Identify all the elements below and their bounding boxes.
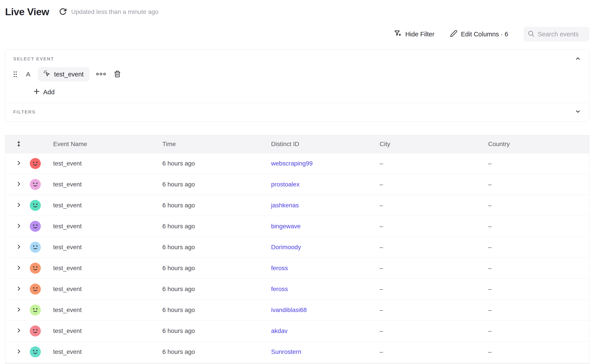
event-name-cell: test_event [46, 265, 160, 272]
hide-filter-button[interactable]: Hide Filter [394, 29, 434, 39]
search-box [524, 27, 589, 41]
table-row[interactable]: test_event 6 hours ago feross – – [5, 279, 589, 300]
country-cell: – [486, 265, 589, 272]
expand-cell [5, 202, 25, 209]
chevron-right-icon[interactable] [16, 160, 22, 167]
chevron-up-icon [575, 55, 581, 63]
expand-cell [5, 181, 25, 188]
avatar-cell [25, 263, 46, 274]
time-cell: 6 hours ago [160, 244, 269, 251]
time-cell: 6 hours ago [160, 160, 269, 167]
add-label: Add [43, 89, 55, 96]
city-cell: – [377, 265, 486, 272]
city-cell: – [377, 327, 486, 335]
chevron-right-icon[interactable] [16, 244, 22, 251]
expand-cell [5, 160, 25, 167]
event-name-cell: test_event [46, 181, 160, 188]
select-event-label: SELECT EVENT [13, 56, 54, 62]
filters-label: FILTERS [13, 109, 36, 115]
search-icon [528, 30, 535, 38]
table-row[interactable]: test_event 6 hours ago Dorimoody – – [5, 237, 589, 258]
avatar [30, 179, 41, 190]
three-dots-icon [96, 72, 106, 77]
event-name-cell: test_event [46, 307, 160, 313]
search-input[interactable] [538, 31, 585, 38]
distinct-id-link[interactable]: akdav [271, 327, 288, 334]
add-event-button[interactable]: Add [33, 88, 55, 96]
time-cell: 6 hours ago [160, 265, 269, 272]
country-cell: – [486, 244, 589, 251]
add-row: Add [5, 81, 589, 96]
event-name-cell: test_event [46, 160, 160, 167]
refresh-button[interactable] [58, 8, 67, 16]
distinct-id-link[interactable]: webscraping99 [271, 160, 313, 167]
expand-filters-button[interactable] [575, 108, 581, 116]
drag-handle-icon[interactable] [13, 71, 17, 78]
table-row[interactable]: test_event 6 hours ago jashkenas – – [5, 195, 589, 216]
avatar [30, 284, 41, 295]
collapse-section-button[interactable] [575, 55, 581, 63]
country-cell: – [486, 327, 589, 335]
distinct-id-link[interactable]: feross [271, 286, 288, 292]
distinct-id-link[interactable]: prostoalex [271, 181, 300, 188]
pencil-icon [450, 30, 457, 39]
distinct-id-link[interactable]: feross [271, 265, 288, 272]
table-row[interactable]: test_event 6 hours ago ivandiblasi68 – – [5, 300, 589, 321]
selected-event-label: test_event [54, 71, 83, 78]
plus-icon [33, 88, 40, 96]
country-cell: – [486, 223, 589, 230]
chevron-right-icon[interactable] [16, 348, 22, 355]
collapse-rows-button[interactable] [15, 141, 22, 148]
delete-event-button[interactable] [114, 70, 121, 78]
table-row[interactable]: test_event 6 hours ago Sunrostern – – [5, 341, 589, 363]
distinct-id-link[interactable]: ivandiblasi68 [271, 307, 307, 313]
distinct-id-link[interactable]: Sunrostern [271, 348, 301, 355]
time-cell: 6 hours ago [160, 286, 269, 293]
city-cell: – [377, 244, 486, 251]
expand-cell [5, 348, 25, 355]
avatar-cell [25, 346, 46, 357]
trash-icon [114, 70, 121, 78]
chevron-right-icon[interactable] [16, 202, 22, 209]
table-row[interactable]: test_event 6 hours ago akdav – – [5, 321, 589, 341]
cursor-click-icon [43, 70, 51, 79]
filter-plus-icon [394, 29, 402, 39]
collapse-all-cell [5, 141, 25, 148]
time-cell: 6 hours ago [160, 223, 269, 230]
distinct-id-link[interactable]: Dorimoody [271, 244, 301, 250]
avatar-cell [25, 158, 46, 169]
distinct-id-link[interactable]: bingewave [271, 223, 301, 230]
avatar [30, 346, 41, 357]
avatar [30, 263, 41, 274]
chevron-right-icon[interactable] [16, 181, 22, 188]
event-options-button[interactable] [96, 72, 106, 77]
avatar-cell [25, 221, 46, 232]
table-row[interactable]: test_event 6 hours ago bingewave – – [5, 216, 589, 237]
chevron-right-icon[interactable] [16, 286, 22, 293]
distinct-id-link[interactable]: jashkenas [271, 202, 299, 209]
query-builder-panel: SELECT EVENT A [5, 49, 589, 122]
chevron-right-icon[interactable] [16, 265, 22, 272]
time-cell: 6 hours ago [160, 202, 269, 209]
col-header-country: Country [486, 141, 589, 148]
avatar-cell [25, 325, 46, 337]
table-row[interactable]: test_event 6 hours ago feross – – [5, 258, 589, 279]
time-cell: 6 hours ago [160, 181, 269, 188]
city-cell: – [377, 202, 486, 209]
avatar [30, 221, 41, 232]
table-row[interactable]: test_event 6 hours ago prostoalex – – [5, 174, 589, 195]
table-row[interactable]: test_event 6 hours ago webscraping99 – – [5, 153, 589, 174]
chevron-right-icon[interactable] [16, 307, 22, 313]
country-cell: – [486, 286, 589, 293]
event-name-cell: test_event [46, 286, 160, 293]
city-cell: – [377, 181, 486, 188]
event-select-chip[interactable]: test_event [38, 67, 89, 81]
chevron-right-icon[interactable] [16, 223, 22, 230]
avatar [30, 325, 41, 337]
col-header-event-name: Event Name [46, 141, 160, 148]
event-name-cell: test_event [46, 348, 160, 355]
edit-columns-button[interactable]: Edit Columns · 6 [450, 30, 508, 39]
expand-cell [5, 327, 25, 335]
chevron-right-icon[interactable] [16, 327, 22, 335]
avatar-cell [25, 304, 46, 315]
